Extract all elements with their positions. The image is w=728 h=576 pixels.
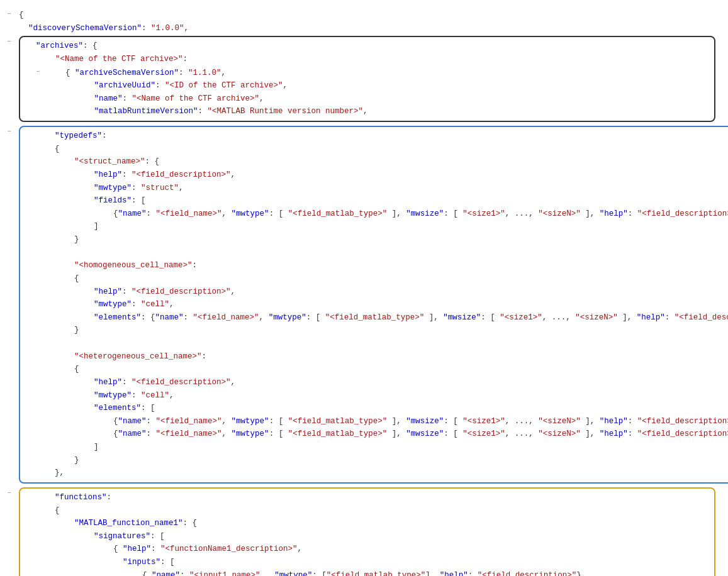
hetero-elem-row1: {"name": "<field_name>", "mwtype": [ "<f… <box>57 415 728 428</box>
hetero-cell-open: { <box>36 363 728 376</box>
fold-archive-obj[interactable]: − <box>36 67 40 77</box>
line-discovery-schema: "discoverySchemaVersion": "1.0.0", <box>19 22 189 35</box>
homo-cell-open: { <box>36 272 728 285</box>
struct-fields-open: "fields": [ <box>47 194 728 208</box>
functions-header: "functions": <box>26 491 708 504</box>
sig-help-open: { "help": "<functionName1_description>", <box>57 543 708 556</box>
typedefs-open: { <box>26 143 728 156</box>
functions-open: { <box>26 504 708 518</box>
line-archive-name: "name": "<Name of the CTF archive>", <box>47 92 708 106</box>
spacer1 <box>26 246 728 260</box>
line-name-of-ctf: "<Name of the CTF archive>": <box>36 53 708 66</box>
hetero-help: "help": "<field_description>", <box>47 376 728 389</box>
archives-header: "archives": { <box>26 40 708 53</box>
homo-help: "help": "<field_description>", <box>47 285 728 299</box>
hetero-mwtype: "mwtype": "cell", <box>47 389 728 402</box>
hetero-cell-key: "<heterogeneous_cell_name>": <box>36 350 728 363</box>
struct-name-key: "<struct_name>": { <box>36 155 728 169</box>
homo-mwtype: "mwtype": "cell", <box>47 298 728 311</box>
hetero-close: } <box>36 454 728 467</box>
code-viewer: − { "discoverySchemaVersion": "1.0.0", −… <box>0 5 728 576</box>
line-open-brace: { <box>19 9 24 22</box>
fold-root[interactable]: − <box>8 9 11 19</box>
typedefs-header: "typedefs": <box>26 130 728 143</box>
matlab-func-key: "MATLAB_function_name1": { <box>36 517 708 530</box>
fold-archives[interactable]: − <box>8 36 11 47</box>
sig-inputs-open: "inputs": [ <box>57 556 708 569</box>
hetero-elem-row2: {"name": "<field_name>", "mwtype": [ "<f… <box>57 428 728 441</box>
signatures-open: "signatures": [ <box>47 530 708 543</box>
spacer2 <box>26 337 728 350</box>
struct-field-row: {"name": "<field_name>", "mwtype": [ "<f… <box>57 208 728 221</box>
fold-functions[interactable]: − <box>8 488 11 499</box>
hetero-elements-close: ] <box>47 441 728 454</box>
line-archive-matlab: "matlabRuntimeVersion": "<MATLAB Runtime… <box>47 105 708 118</box>
input1-row: { "name": "<input1_name>" , "mwtype": ["… <box>67 569 708 576</box>
struct-mwtype: "mwtype": "struct", <box>47 182 728 195</box>
struct-fields-close: ] <box>47 220 728 233</box>
struct-help: "help": "<field_description>", <box>47 169 728 182</box>
homo-cell-key: "<homogeneous_cell_name>": <box>36 259 728 272</box>
line-archive-uuid: "archiveUuid": "<ID of the CTF archive>"… <box>47 79 708 92</box>
homo-close: } <box>36 324 728 337</box>
typedefs-close: }, <box>26 467 728 480</box>
fold-typedefs[interactable]: − <box>8 126 11 137</box>
struct-close: } <box>36 233 728 246</box>
line-archive-obj-open: { "archiveSchemaVersion": "1.1.0", <box>47 67 708 80</box>
homo-elements: "elements": {"name": "<field_name>", "mw… <box>47 311 728 324</box>
hetero-elements-open: "elements": [ <box>47 402 728 415</box>
